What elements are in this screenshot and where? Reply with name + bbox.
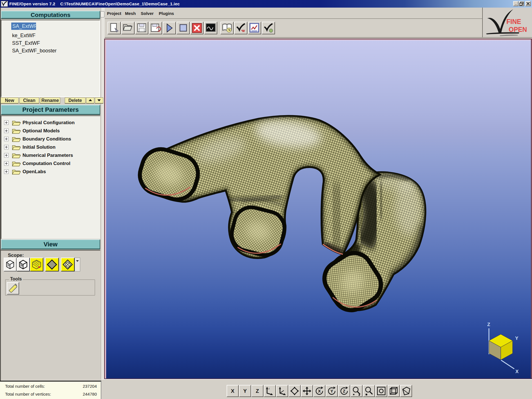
- svg-text:X: X: [231, 388, 234, 394]
- svg-text:Z: Z: [343, 389, 345, 393]
- svg-text:OPEN: OPEN: [509, 26, 527, 33]
- svg-text:FINE: FINE: [506, 18, 521, 25]
- svg-text:Y: Y: [243, 388, 247, 394]
- svg-text:z: z: [269, 387, 270, 390]
- svg-text:Z: Z: [487, 322, 490, 327]
- svg-text:Y: Y: [515, 336, 518, 341]
- svg-text:X: X: [515, 369, 519, 374]
- svg-text:X: X: [318, 389, 321, 393]
- svg-text:Y: Y: [330, 389, 333, 393]
- svg-text:Z: Z: [256, 388, 259, 394]
